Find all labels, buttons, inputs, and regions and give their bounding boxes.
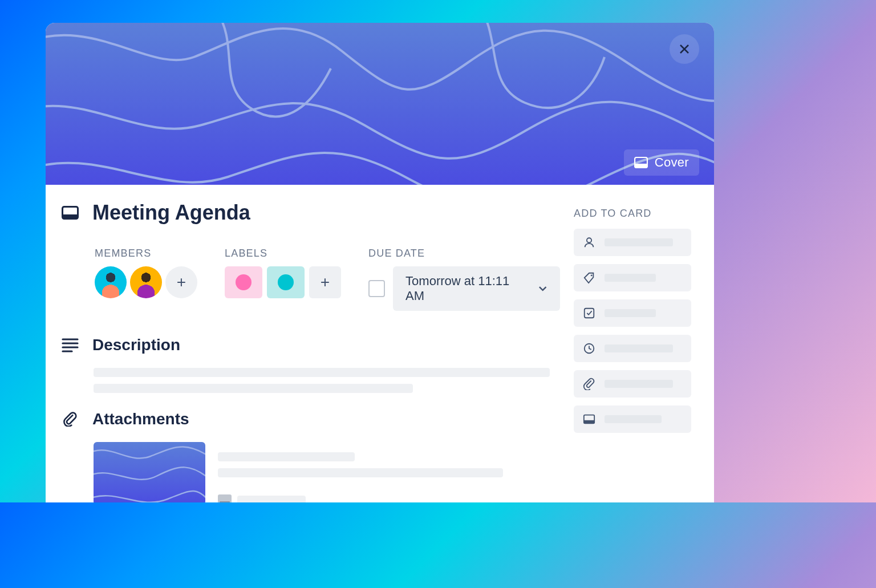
card-icon: [62, 206, 79, 220]
due-date-picker[interactable]: Tomorrow at 11:11 AM: [393, 266, 560, 311]
card-title[interactable]: Meeting Agenda: [92, 201, 250, 225]
member-avatar[interactable]: [95, 266, 127, 298]
sidebar-checklist-button[interactable]: [574, 299, 691, 327]
add-member-button[interactable]: +: [165, 266, 197, 298]
description-placeholder[interactable]: [62, 368, 560, 393]
cover-button-label: Cover: [655, 155, 689, 170]
cover-pattern: [46, 23, 714, 185]
cover-icon: [634, 157, 648, 168]
description-title: Description: [92, 336, 180, 354]
card-cover: Cover: [46, 23, 714, 185]
chevron-down-icon: [538, 283, 548, 294]
member-avatar[interactable]: [130, 266, 162, 298]
card-modal: Cover Meeting Agenda MEMBERS +: [46, 23, 714, 502]
sidebar-title: ADD TO CARD: [574, 208, 691, 220]
attachment-meta: [218, 442, 560, 502]
label-chip-teal[interactable]: [267, 266, 305, 298]
description-section: Description: [62, 336, 560, 393]
cover-button[interactable]: Cover: [624, 149, 699, 176]
clock-icon: [583, 342, 595, 355]
sidebar-cover-button[interactable]: [574, 405, 691, 433]
svg-rect-13: [584, 420, 594, 424]
members-block: MEMBERS +: [95, 248, 197, 311]
sidebar-members-button[interactable]: [574, 229, 691, 256]
due-date-value: Tomorrow at 11:11 AM: [405, 274, 526, 303]
description-icon: [62, 338, 79, 352]
svg-rect-1: [635, 164, 647, 168]
label-chip-pink[interactable]: [225, 266, 262, 298]
card-sidebar: ADD TO CARD: [560, 185, 714, 502]
attachments-title: Attachments: [92, 410, 189, 428]
person-icon: [583, 236, 595, 249]
add-label-button[interactable]: +: [309, 266, 341, 298]
cover-small-icon: [583, 413, 595, 425]
svg-rect-3: [63, 214, 78, 219]
labels-block: LABELS +: [225, 248, 341, 311]
attachments-section: Attachments: [62, 410, 560, 502]
members-label: MEMBERS: [95, 248, 197, 259]
due-date-block: DUE DATE Tomorrow at 11:11 AM: [368, 248, 560, 311]
labels-label: LABELS: [225, 248, 341, 259]
checklist-icon: [583, 307, 595, 319]
attachment-thumbnail[interactable]: [94, 442, 205, 502]
paperclip-icon: [583, 378, 595, 390]
close-icon: [678, 42, 691, 56]
sidebar-attachment-button[interactable]: [574, 370, 691, 398]
cover-mini-icon: [218, 494, 232, 502]
tag-icon: [583, 271, 595, 284]
due-date-checkbox[interactable]: [368, 280, 385, 297]
svg-point-9: [591, 275, 593, 277]
attachment-icon: [62, 412, 79, 427]
card-main: Meeting Agenda MEMBERS + LABELS: [46, 185, 560, 502]
svg-point-8: [587, 238, 591, 242]
close-button[interactable]: [670, 34, 699, 64]
svg-rect-10: [585, 309, 594, 318]
sidebar-labels-button[interactable]: [574, 264, 691, 291]
sidebar-dates-button[interactable]: [574, 335, 691, 362]
due-date-label: DUE DATE: [368, 248, 560, 259]
